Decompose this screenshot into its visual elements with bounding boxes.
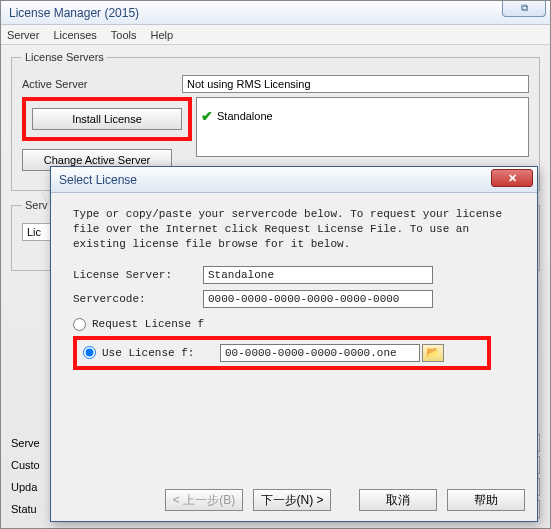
use-license-radio[interactable] xyxy=(83,346,96,359)
license-server-field[interactable]: Standalone xyxy=(203,266,433,284)
request-license-radio[interactable] xyxy=(73,318,86,331)
install-license-button[interactable]: Install License xyxy=(32,108,182,130)
active-server-label: Active Server xyxy=(22,78,182,90)
standalone-status: ✔ Standalone xyxy=(201,108,273,124)
window-control-icon[interactable]: ⧉ xyxy=(502,1,546,17)
dialog-button-row: < 上一步(B) 下一步(N) > 取消 帮助 xyxy=(165,489,525,511)
next-button[interactable]: 下一步(N) > xyxy=(253,489,331,511)
active-server-value: Not using RMS Licensing xyxy=(182,75,529,93)
menu-tools[interactable]: Tools xyxy=(111,29,137,41)
request-license-radio-row[interactable]: Request License f xyxy=(73,318,519,331)
serve-label: Serve xyxy=(11,437,51,449)
server-status-legend-partial: Serv xyxy=(22,199,51,211)
menu-licenses[interactable]: Licenses xyxy=(53,29,96,41)
menu-server[interactable]: Server xyxy=(7,29,39,41)
menu-bar: Server Licenses Tools Help xyxy=(1,25,550,45)
standalone-label: Standalone xyxy=(217,110,273,122)
select-license-dialog: Select License ✕ Type or copy/paste your… xyxy=(50,166,538,522)
dialog-title: Select License xyxy=(59,173,137,187)
browse-button[interactable]: 📂 xyxy=(422,344,444,362)
menu-help[interactable]: Help xyxy=(151,29,174,41)
help-button[interactable]: 帮助 xyxy=(447,489,525,511)
statu-label: Statu xyxy=(11,503,51,515)
servercode-label: Servercode: xyxy=(73,293,203,305)
use-license-radio-row[interactable]: Use License f: xyxy=(83,346,220,359)
dialog-body: Type or copy/paste your servercode below… xyxy=(51,193,537,378)
dialog-intro-text: Type or copy/paste your servercode below… xyxy=(73,207,519,252)
license-servers-legend: License Servers xyxy=(22,51,107,63)
folder-icon: 📂 xyxy=(426,346,440,359)
cancel-button[interactable]: 取消 xyxy=(359,489,437,511)
close-button[interactable]: ✕ xyxy=(491,169,533,187)
license-server-label: License Server: xyxy=(73,269,203,281)
back-button[interactable]: < 上一步(B) xyxy=(165,489,243,511)
use-license-label: Use License f: xyxy=(102,347,220,359)
check-icon: ✔ xyxy=(201,108,213,124)
custo-label: Custo xyxy=(11,459,51,471)
titlebar: License Manager (2015) ⧉ xyxy=(1,1,550,25)
request-license-label: Request License f xyxy=(92,318,204,330)
dialog-titlebar: Select License ✕ xyxy=(51,167,537,193)
upda-label: Upda xyxy=(11,481,51,493)
window-title: License Manager (2015) xyxy=(9,6,139,20)
license-file-field[interactable]: 00-0000-0000-0000-0000.one xyxy=(220,344,420,362)
servercode-field[interactable]: 0000-0000-0000-0000-0000-0000 xyxy=(203,290,433,308)
